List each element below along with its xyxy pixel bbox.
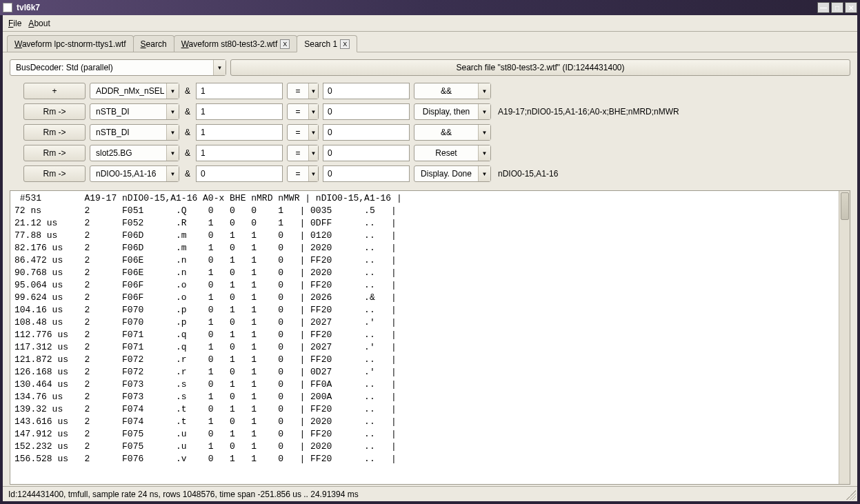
operator-label: = — [288, 107, 308, 117]
vertical-scrollbar[interactable] — [839, 191, 850, 484]
signal-select[interactable]: ADDR_nMx_nSEL▼ — [90, 83, 179, 99]
chevron-down-icon[interactable]: ▼ — [166, 125, 179, 140]
value1-input[interactable] — [196, 124, 283, 141]
app-icon — [3, 3, 12, 12]
tab-close-icon[interactable]: X — [280, 39, 290, 49]
chevron-down-icon[interactable]: ▼ — [166, 166, 179, 181]
tab-0[interactable]: Waveform lpc-stnorm-ttys1.wtf — [7, 35, 134, 52]
chevron-down-icon[interactable]: ▼ — [166, 104, 179, 119]
results-text: #531 A19-17 nDIO0-15,A1-16 A0-x BHE nMRD… — [10, 191, 839, 484]
signal-label: nDIO0-15,A1-16 — [90, 169, 166, 179]
chevron-down-icon[interactable]: ▼ — [213, 60, 226, 75]
scrollbar-thumb[interactable] — [841, 192, 849, 220]
operator-select[interactable]: =▼ — [287, 103, 319, 120]
signal-select[interactable]: nSTB_DI▼ — [90, 124, 179, 141]
window-title: tvl6k7 — [17, 3, 817, 12]
resize-handle[interactable] — [846, 490, 856, 500]
operator-label: = — [288, 148, 308, 158]
chevron-down-icon[interactable]: ▼ — [478, 166, 490, 181]
signal-select[interactable]: nSTB_DI▼ — [90, 103, 179, 120]
tab-bar: Waveform lpc-stnorm-ttys1.wtfSearchWavef… — [3, 32, 857, 52]
tab-label: Search 1 — [304, 39, 337, 49]
and-symbol: & — [183, 107, 192, 117]
tab-close-icon[interactable]: X — [340, 39, 350, 49]
signal-select[interactable]: nDIO0-15,A1-16▼ — [90, 165, 179, 182]
and-symbol: & — [183, 128, 192, 137]
chevron-down-icon[interactable]: ▼ — [166, 145, 179, 161]
remove-rule-button[interactable]: Rm -> — [23, 103, 86, 120]
action-label: && — [414, 128, 478, 137]
value1-input[interactable] — [196, 83, 283, 99]
and-symbol: & — [183, 148, 192, 158]
value2-input[interactable] — [323, 145, 410, 161]
operator-label: = — [288, 86, 308, 96]
rules-panel: +ADDR_nMx_nSEL▼&=▼&&▼Rm ->nSTB_DI▼&=▼Dis… — [3, 79, 857, 186]
signal-select[interactable]: slot25.BG▼ — [90, 145, 179, 161]
menubar: File About — [3, 15, 857, 32]
value1-input[interactable] — [196, 165, 283, 182]
chevron-down-icon[interactable]: ▼ — [308, 145, 318, 161]
value1-input[interactable] — [196, 103, 283, 120]
signal-label: nSTB_DI — [90, 107, 166, 117]
action-select[interactable]: &&▼ — [414, 83, 491, 99]
tab-label: Waveform lpc-stnorm-ttys1.wtf — [14, 39, 126, 49]
action-select[interactable]: Display. Done▼ — [414, 165, 491, 182]
chevron-down-icon[interactable]: ▼ — [308, 104, 318, 119]
signal-label: nSTB_DI — [90, 128, 166, 137]
chevron-down-icon[interactable]: ▼ — [308, 125, 318, 140]
status-bar: Id:1244431400, tmfull, sample rate 24 ns… — [3, 486, 857, 501]
and-symbol: & — [183, 169, 192, 179]
tab-label: Waveform st80-test3-2.wtf — [181, 39, 278, 49]
chevron-down-icon[interactable]: ▼ — [308, 83, 318, 99]
tab-3[interactable]: Search 1X — [297, 35, 357, 52]
chevron-down-icon[interactable]: ▼ — [308, 166, 318, 181]
chevron-down-icon[interactable]: ▼ — [166, 83, 179, 99]
value2-input[interactable] — [323, 165, 410, 182]
value2-input[interactable] — [323, 103, 410, 120]
bus-decoder-select[interactable]: BusDecoder: Std (parallel) ▼ — [10, 59, 226, 76]
maximize-button[interactable]: □ — [831, 2, 843, 13]
action-select[interactable]: Display, then▼ — [414, 103, 491, 120]
remove-rule-button[interactable]: Rm -> — [23, 124, 86, 141]
rule-row-1: Rm ->nSTB_DI▼&=▼Display, then▼A19-17;nDI… — [23, 103, 850, 120]
operator-select[interactable]: =▼ — [287, 165, 319, 182]
action-select[interactable]: &&▼ — [414, 124, 491, 141]
remove-rule-button[interactable]: Rm -> — [23, 165, 86, 182]
action-label: && — [414, 86, 478, 96]
value1-input[interactable] — [196, 145, 283, 161]
action-select[interactable]: Reset▼ — [414, 145, 491, 161]
value2-input[interactable] — [323, 124, 410, 141]
add-rule-button[interactable]: + — [23, 83, 86, 99]
remove-rule-button[interactable]: Rm -> — [23, 145, 86, 161]
menu-about[interactable]: About — [28, 19, 50, 28]
chevron-down-icon[interactable]: ▼ — [478, 125, 490, 140]
action-label: Reset — [414, 148, 478, 158]
rule-row-0: +ADDR_nMx_nSEL▼&=▼&&▼ — [23, 83, 850, 99]
rule-note: nDIO0-15,A1-16 — [495, 169, 558, 179]
results-panel: #531 A19-17 nDIO0-15,A1-16 A0-x BHE nMRD… — [10, 190, 850, 485]
value2-input[interactable] — [323, 83, 410, 99]
menu-file[interactable]: File — [8, 19, 21, 28]
operator-label: = — [288, 128, 308, 137]
rule-row-3: Rm ->slot25.BG▼&=▼Reset▼ — [23, 145, 850, 161]
tab-label: Search — [141, 39, 167, 49]
rule-row-4: Rm ->nDIO0-15,A1-16▼&=▼Display. Done▼nDI… — [23, 165, 850, 182]
action-label: Display, then — [414, 107, 478, 117]
rule-row-2: Rm ->nSTB_DI▼&=▼&&▼ — [23, 124, 850, 141]
chevron-down-icon[interactable]: ▼ — [478, 83, 490, 99]
search-file-button[interactable]: Search file "st80-test3-2.wtf" (ID:12444… — [230, 59, 850, 76]
signal-label: slot25.BG — [90, 148, 166, 158]
signal-label: ADDR_nMx_nSEL — [90, 86, 166, 96]
chevron-down-icon[interactable]: ▼ — [478, 104, 490, 119]
action-label: Display. Done — [414, 169, 478, 179]
close-button[interactable]: ✕ — [845, 2, 857, 13]
tab-1[interactable]: Search — [133, 35, 174, 52]
and-symbol: & — [183, 86, 192, 96]
operator-select[interactable]: =▼ — [287, 124, 319, 141]
titlebar: tvl6k7 — □ ✕ — [0, 0, 860, 15]
tab-2[interactable]: Waveform st80-test3-2.wtfX — [174, 35, 298, 52]
operator-select[interactable]: =▼ — [287, 83, 319, 99]
operator-select[interactable]: =▼ — [287, 145, 319, 161]
chevron-down-icon[interactable]: ▼ — [478, 145, 490, 161]
minimize-button[interactable]: — — [817, 2, 830, 13]
